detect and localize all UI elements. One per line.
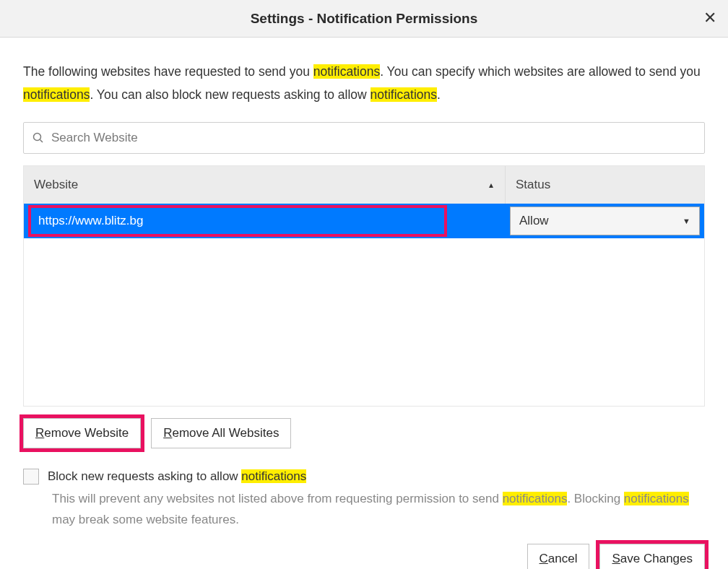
desc-part: . You can specify which websites are all… <box>380 64 701 79</box>
cell-status: Allow ▼ <box>506 204 704 238</box>
permissions-table: Website ▴ Status https://www.blitz.bg Al… <box>23 165 705 407</box>
table-row[interactable]: https://www.blitz.bg Allow ▼ <box>24 204 704 238</box>
desc-part: . <box>437 87 441 102</box>
remove-website-button[interactable]: Remove Website <box>23 418 141 448</box>
website-url-highlighted: https://www.blitz.bg <box>28 205 447 237</box>
checkbox-row: Block new requests asking to allow notif… <box>23 469 705 485</box>
accesskey: S <box>612 552 620 565</box>
btn-rest: emove Website <box>44 426 129 440</box>
remove-buttons-row: Remove Website Remove All Websites <box>23 418 705 448</box>
checkbox-label: Block new requests asking to allow notif… <box>48 469 306 484</box>
status-value: Allow <box>519 214 549 228</box>
desc-highlight: notifications <box>370 87 437 102</box>
close-icon[interactable]: ✕ <box>699 7 721 29</box>
help-text: This will prevent any websites not liste… <box>52 489 705 531</box>
accesskey: R <box>163 426 172 440</box>
btn-rest: emove All Websites <box>172 426 279 440</box>
search-box[interactable] <box>23 122 705 154</box>
search-icon <box>32 132 44 144</box>
help-part: . Blocking <box>567 492 623 505</box>
accesskey: R <box>35 426 44 440</box>
status-select[interactable]: Allow ▼ <box>510 207 700 235</box>
column-header-status[interactable]: Status <box>506 166 704 204</box>
help-part: This will prevent any websites not liste… <box>52 492 503 505</box>
help-highlight: notifications <box>503 492 568 505</box>
desc-part: . You can also block new requests asking… <box>90 87 370 102</box>
column-label: Website <box>34 178 78 192</box>
desc-highlight: notifications <box>23 87 90 102</box>
dialog-content: The following websites have requested to… <box>0 38 728 569</box>
column-header-website[interactable]: Website ▴ <box>24 166 506 204</box>
btn-rest: ave Changes <box>620 552 693 565</box>
svg-line-1 <box>40 140 43 143</box>
table-body: https://www.blitz.bg Allow ▼ <box>24 204 704 406</box>
help-highlight: notifications <box>624 492 689 505</box>
label-highlight: notifications <box>241 469 306 483</box>
sort-indicator-icon: ▴ <box>489 180 493 190</box>
block-new-requests-checkbox[interactable] <box>23 469 39 485</box>
column-label: Status <box>516 178 550 192</box>
btn-rest: ancel <box>548 552 578 565</box>
save-changes-button[interactable]: Save Changes <box>599 544 705 569</box>
cancel-button[interactable]: Cancel <box>527 544 590 569</box>
dialog-header: Settings - Notification Permissions ✕ <box>0 0 728 38</box>
label-part: Block new requests asking to allow <box>48 469 241 483</box>
desc-part: The following websites have requested to… <box>23 64 313 79</box>
svg-point-0 <box>34 134 41 141</box>
chevron-down-icon: ▼ <box>682 217 690 225</box>
block-new-requests-section: Block new requests asking to allow notif… <box>23 469 705 531</box>
description-text: The following websites have requested to… <box>23 61 705 106</box>
dialog-title: Settings - Notification Permissions <box>251 11 478 27</box>
accesskey: C <box>540 552 548 565</box>
search-input[interactable] <box>51 131 696 145</box>
remove-all-websites-button[interactable]: Remove All Websites <box>151 418 291 448</box>
footer-buttons: Cancel Save Changes <box>23 544 705 569</box>
help-part: may break some website features. <box>52 513 239 526</box>
cell-website[interactable]: https://www.blitz.bg <box>24 204 506 238</box>
table-header: Website ▴ Status <box>24 166 704 204</box>
desc-highlight: notifications <box>313 64 380 79</box>
